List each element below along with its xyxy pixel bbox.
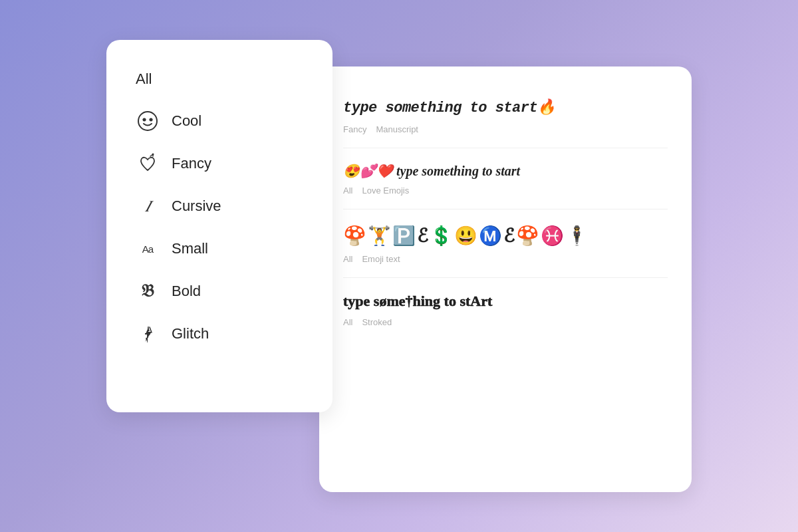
result-item-emoji-text: 🍄🏋️🅿️ℰ💲😃Ⓜ️ℰ🍄♓🕴️ All Emoji text	[343, 209, 668, 278]
fancy-label: Fancy	[172, 155, 211, 172]
tag-all-love[interactable]: All	[343, 186, 352, 196]
cursive-icon: 𝐼	[136, 194, 160, 218]
tag-love-emojis[interactable]: Love Emojis	[362, 186, 409, 196]
result-item-stroked: type søme†hing to stArt All Stroked	[343, 278, 668, 340]
svg-point-5	[152, 154, 154, 156]
result-tags-love-emojis: All Love Emojis	[343, 186, 668, 196]
glitch-icon	[136, 322, 160, 346]
app-container: All Cool	[106, 40, 692, 492]
tag-stroked[interactable]: Stroked	[362, 317, 392, 327]
cursive-label: Cursive	[172, 198, 221, 215]
result-tags-stroked: All Stroked	[343, 317, 668, 327]
menu-item-small[interactable]: Aa Small	[130, 227, 309, 270]
bold-icon-letter: 𝔅	[141, 281, 154, 301]
menu-item-glitch[interactable]: Glitch	[130, 313, 309, 355]
tag-all-stroked[interactable]: All	[343, 317, 352, 327]
result-item-fancy-manuscript: type something to start🔥 Fancy Manuscrip…	[343, 85, 668, 148]
glitch-label: Glitch	[172, 325, 209, 342]
tag-fancy[interactable]: Fancy	[343, 124, 366, 134]
menu-item-cool[interactable]: Cool	[130, 100, 309, 142]
svg-point-0	[138, 112, 157, 130]
result-text-love-emojis: 😍💕❤️ type something to start	[343, 162, 668, 180]
result-tags-fancy-manuscript: Fancy Manuscript	[343, 124, 668, 134]
result-tags-emoji-text: All Emoji text	[343, 254, 668, 264]
menu-item-fancy[interactable]: Fancy	[130, 142, 309, 185]
result-text-emoji-text: 🍄🏋️🅿️ℰ💲😃Ⓜ️ℰ🍄♓🕴️	[343, 223, 668, 249]
tag-manuscript[interactable]: Manuscript	[376, 124, 418, 134]
cool-label: Cool	[172, 112, 201, 130]
small-icon-label: Aa	[142, 243, 153, 255]
bold-label: Bold	[172, 283, 201, 300]
tag-emoji-text[interactable]: Emoji text	[362, 254, 400, 264]
fancy-icon	[136, 152, 160, 176]
result-text-fancy-manuscript: type something to start🔥	[343, 98, 668, 119]
result-item-love-emojis: 😍💕❤️ type something to start All Love Em…	[343, 148, 668, 209]
small-icon: Aa	[136, 237, 160, 261]
tag-all-emoji[interactable]: All	[343, 254, 352, 264]
small-label: Small	[172, 240, 208, 257]
menu-item-all[interactable]: All	[130, 61, 309, 97]
right-panel: type something to start🔥 Fancy Manuscrip…	[319, 66, 692, 492]
cool-icon	[136, 109, 160, 133]
menu-item-bold[interactable]: 𝔅 Bold	[130, 270, 309, 313]
menu-item-cursive[interactable]: 𝐼 Cursive	[130, 185, 309, 227]
left-panel: All Cool	[106, 40, 332, 412]
result-text-stroked: type søme†hing to stArt	[343, 291, 668, 312]
cursive-icon-letter: 𝐼	[145, 198, 150, 215]
bold-icon: 𝔅	[136, 279, 160, 303]
